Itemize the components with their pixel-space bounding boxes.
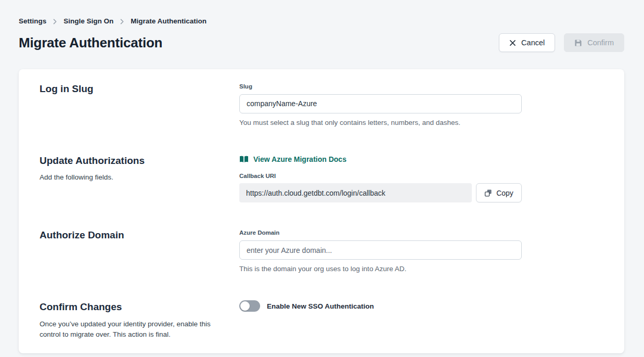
breadcrumb-single-sign-on[interactable]: Single Sign On	[63, 17, 113, 25]
azure-domain-label: Azure Domain	[239, 230, 522, 237]
view-azure-migration-docs-link[interactable]: View Azure Migration Docs	[239, 155, 346, 163]
confirm-changes-description: Once you’ve updated your identity provid…	[40, 319, 216, 340]
breadcrumb-migrate-authentication: Migrate Authentication	[131, 17, 207, 25]
section-authorize-domain: Authorize Domain Azure Domain This is th…	[40, 230, 603, 274]
confirm-button[interactable]: Confirm	[564, 33, 624, 52]
azure-domain-input[interactable]	[239, 240, 522, 260]
section-update-authorizations: Update Authorizations Add the following …	[40, 155, 603, 203]
page-header: Migrate Authentication Cancel Confirm	[19, 33, 624, 52]
settings-card: Log in Slug Slug You must select a slug …	[19, 69, 624, 353]
copy-icon	[484, 189, 492, 197]
section-confirm-changes: Confirm Changes Once you’ve updated your…	[40, 301, 603, 340]
chevron-right-icon	[52, 19, 58, 24]
login-slug-heading: Log in Slug	[40, 83, 227, 95]
confirm-button-label: Confirm	[587, 39, 614, 47]
toggle-knob	[240, 301, 250, 311]
azure-domain-help-text: This is the domain your org uses to log …	[239, 264, 522, 274]
cancel-button-label: Cancel	[521, 39, 545, 47]
confirm-changes-heading: Confirm Changes	[40, 301, 227, 313]
copy-button[interactable]: Copy	[476, 183, 522, 202]
page-title: Migrate Authentication	[19, 35, 162, 51]
slug-input[interactable]	[239, 94, 522, 113]
callback-uri-field[interactable]	[239, 183, 472, 202]
enable-sso-toggle[interactable]	[239, 300, 260, 312]
cancel-button[interactable]: Cancel	[499, 33, 555, 52]
breadcrumb: Settings Single Sign On Migrate Authenti…	[19, 0, 624, 25]
update-authorizations-heading: Update Authorizations	[40, 155, 227, 167]
copy-button-label: Copy	[496, 189, 513, 197]
breadcrumb-settings[interactable]: Settings	[19, 17, 46, 25]
save-icon	[574, 39, 582, 47]
chevron-right-icon	[119, 19, 125, 24]
close-icon	[509, 40, 516, 46]
header-actions: Cancel Confirm	[499, 33, 624, 52]
update-authorizations-description: Add the following fields.	[40, 172, 216, 183]
authorize-domain-heading: Authorize Domain	[40, 230, 227, 241]
slug-label: Slug	[239, 83, 522, 91]
open-book-icon	[239, 156, 249, 163]
slug-help-text: You must select a slug that only contain…	[239, 118, 522, 128]
callback-uri-label: Callback URI	[239, 173, 522, 180]
docs-link-label: View Azure Migration Docs	[253, 155, 346, 163]
enable-sso-toggle-label: Enable New SSO Authentication	[267, 302, 374, 310]
migrate-authentication-page: Settings Single Sign On Migrate Authenti…	[0, 0, 644, 353]
section-login-slug: Log in Slug Slug You must select a slug …	[40, 83, 603, 128]
